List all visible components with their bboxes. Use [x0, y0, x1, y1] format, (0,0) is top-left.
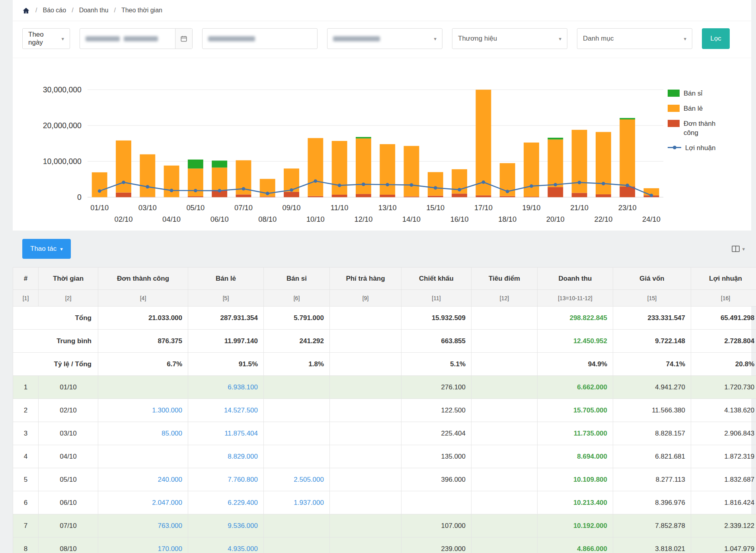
cell-ban-le[interactable]: 6.938.100 — [188, 376, 264, 399]
cell-don-thanh-cong[interactable]: 1.300.000 — [98, 399, 188, 422]
bar-segment[interactable] — [620, 118, 635, 119]
filter-bar: Theo ngày ▾ ▾ Thương hiệu ▾ Danh mục — [13, 21, 751, 58]
y-axis-label: 30,000,000 — [43, 85, 82, 94]
cell-loi-nhuan: 2.906.843 — [691, 422, 756, 445]
bar-segment[interactable] — [572, 193, 587, 197]
bar-segment[interactable] — [236, 194, 251, 197]
breadcrumb-by-time[interactable]: Theo thời gian — [121, 7, 162, 14]
bar-segment[interactable] — [620, 119, 635, 186]
cell-index: 8 — [13, 537, 39, 553]
column-settings-button[interactable]: ▾ — [731, 245, 745, 252]
bar-segment[interactable] — [188, 196, 203, 197]
bar-segment[interactable] — [380, 195, 395, 197]
cell-doanh-thu: 94.9% — [538, 353, 613, 376]
cell-ban-si: 241.292 — [264, 330, 330, 353]
cell-don-thanh-cong[interactable]: 2.047.000 — [98, 491, 188, 514]
report-table-card: #Thời gianĐơn thành côngBán lẻBán sỉPhí … — [13, 267, 751, 553]
cell-gia-von: 8.396.976 — [613, 491, 691, 514]
bar-segment[interactable] — [475, 90, 491, 195]
bar-segment[interactable] — [116, 193, 131, 197]
cell-index: 1 — [13, 376, 39, 399]
x-axis-label: 22/10 — [594, 215, 612, 223]
period-select[interactable]: Theo ngày ▾ — [22, 28, 70, 49]
bar-segment[interactable] — [92, 172, 107, 197]
bar-segment[interactable] — [140, 154, 155, 197]
bar-segment[interactable] — [212, 168, 227, 190]
cell-don-thanh-cong[interactable]: 170.000 — [98, 537, 188, 553]
bar-segment[interactable] — [188, 160, 203, 169]
product-group-select[interactable]: ▾ — [327, 28, 442, 49]
cell-chiet-khau: 396.000 — [401, 468, 472, 491]
cell-ban-le: 287.931.354 — [188, 307, 264, 330]
bar-segment[interactable] — [356, 137, 371, 139]
legend-item[interactable]: Bán sỉ — [668, 89, 743, 98]
bar-segment[interactable] — [332, 195, 347, 197]
bar-segment[interactable] — [524, 197, 539, 197]
report-table: #Thời gianĐơn thành côngBán lẻBán sỉPhí … — [13, 267, 756, 553]
cell-date: 07/10 — [39, 514, 98, 537]
cell-don-thanh-cong[interactable]: 240.000 — [98, 468, 188, 491]
bar-segment[interactable] — [164, 166, 179, 197]
table-row: 505/10240.0007.760.8002.505.000396.00010… — [13, 468, 756, 491]
cell-ban-si[interactable]: 1.937.000 — [264, 491, 330, 514]
actions-button-label: Thao tác — [30, 245, 57, 253]
bar-segment[interactable] — [308, 196, 323, 197]
cell-ban-le[interactable]: 6.229.400 — [188, 491, 264, 514]
home-icon[interactable] — [22, 7, 30, 14]
legend-item[interactable]: Lợi nhuận — [668, 144, 743, 153]
cell-index: 4 — [13, 445, 39, 468]
cell-don-thanh-cong[interactable]: 763.000 — [98, 514, 188, 537]
bar-segment[interactable] — [475, 195, 491, 197]
cell-chiet-khau: 5.1% — [401, 353, 472, 376]
breadcrumb-revenue[interactable]: Doanh thu — [79, 7, 109, 14]
cell-phi-tra-hang — [330, 468, 401, 491]
profit-line-marker — [266, 192, 269, 195]
date-range-input[interactable] — [80, 28, 193, 49]
brand-select[interactable]: Thương hiệu ▾ — [452, 28, 567, 49]
bar-segment[interactable] — [500, 196, 515, 197]
filter-button[interactable]: Lọc — [702, 28, 730, 49]
cell-don-thanh-cong[interactable]: 85.000 — [98, 422, 188, 445]
bar-segment[interactable] — [404, 146, 419, 197]
actions-button[interactable]: Thao tác ▾ — [22, 239, 71, 259]
bar-segment[interactable] — [548, 139, 563, 187]
bar-segment[interactable] — [596, 194, 611, 197]
bar-segment[interactable] — [284, 192, 299, 197]
bar-segment[interactable] — [212, 160, 227, 167]
legend-item[interactable]: Bán lẻ — [668, 104, 743, 113]
bar-segment[interactable] — [428, 196, 443, 197]
bar-segment[interactable] — [260, 197, 275, 197]
cell-loi-nhuan: 4.138.620 — [691, 399, 756, 422]
legend-item[interactable]: Đơn thành công — [668, 119, 743, 138]
cell-phi-tra-hang — [330, 376, 401, 399]
bar-segment[interactable] — [452, 193, 467, 197]
cell-doanh-thu: 8.694.000 — [538, 445, 613, 468]
bar-segment[interactable] — [356, 194, 371, 197]
cell-ban-le[interactable]: 7.760.800 — [188, 468, 264, 491]
breadcrumb-report[interactable]: Báo cáo — [43, 7, 66, 14]
bar-segment[interactable] — [404, 196, 419, 197]
bar-segment[interactable] — [308, 138, 323, 196]
cell-ban-si[interactable]: 2.505.000 — [264, 468, 330, 491]
bar-segment[interactable] — [524, 143, 539, 197]
cell-ban-le[interactable]: 4.935.000 — [188, 537, 264, 553]
calendar-icon[interactable] — [175, 29, 192, 49]
category-select[interactable]: Danh mục ▾ — [577, 28, 692, 49]
cell-loi-nhuan: 1.832.687 — [691, 468, 756, 491]
bar-segment[interactable] — [548, 138, 563, 139]
cell-date: 05/10 — [39, 468, 98, 491]
cell-ban-le[interactable]: 14.527.500 — [188, 399, 264, 422]
bar-segment[interactable] — [548, 187, 563, 197]
profit-line-marker — [482, 180, 485, 184]
bar-segment[interactable] — [380, 144, 395, 195]
cell-ban-le[interactable]: 11.875.404 — [188, 422, 264, 445]
product-search-input[interactable] — [202, 28, 318, 49]
product-search-redacted — [208, 36, 255, 41]
bar-segment[interactable] — [428, 172, 443, 195]
bar-segment[interactable] — [140, 197, 155, 197]
cell-ban-le[interactable]: 8.829.000 — [188, 445, 264, 468]
x-axis-label: 07/10 — [234, 203, 253, 212]
cell-index: 7 — [13, 514, 39, 537]
cell-ban-le[interactable]: 9.536.000 — [188, 514, 264, 537]
chart-legend: Bán sỉBán lẻĐơn thành côngLợi nhuận — [668, 83, 743, 229]
